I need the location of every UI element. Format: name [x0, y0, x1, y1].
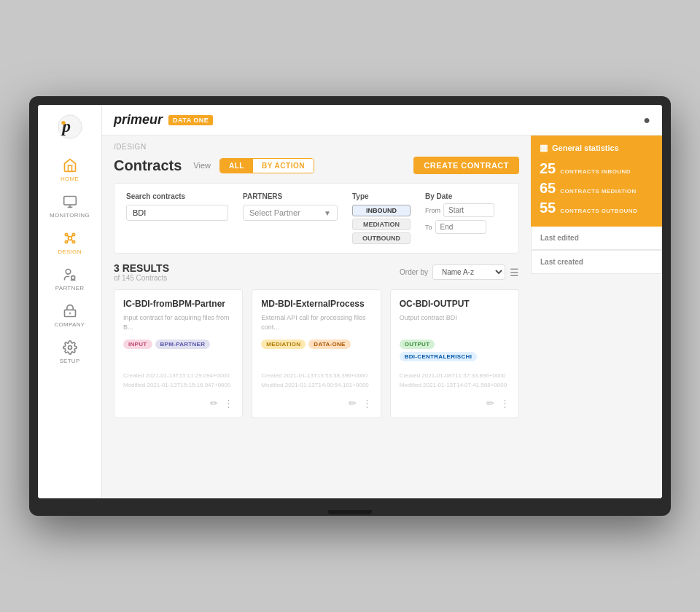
partner-select[interactable]: Select Partner ▼ — [243, 205, 338, 221]
last-created-label: Last created — [540, 258, 653, 266]
sidebar-item-design[interactable]: DESIGN — [38, 224, 101, 261]
view-label: View — [193, 161, 211, 170]
stat-label: CONTRACTS OUTBOUND — [560, 208, 637, 214]
edit-icon[interactable]: ✏ — [349, 398, 357, 409]
tag-output: OUTPUT — [400, 340, 435, 349]
sidebar-item-label: PARTNER — [55, 285, 85, 291]
svg-line-14 — [71, 240, 72, 241]
more-icon[interactable]: ⋮ — [362, 398, 372, 409]
sidebar-item-label: MONITORING — [50, 212, 90, 219]
svg-point-2 — [61, 121, 65, 125]
modified-date: Modified 2021-01-13T15:15:16.947+0000 — [123, 381, 233, 391]
partner-placeholder: Select Partner — [249, 208, 300, 217]
more-icon[interactable]: ⋮ — [224, 398, 233, 409]
sidebar-item-setup[interactable]: SETUP — [38, 334, 101, 370]
svg-point-19 — [68, 346, 71, 350]
setup-icon — [62, 340, 78, 356]
card-tags: MEDIATION DATA-ONE — [261, 340, 371, 349]
card-tags: OUTPUT BDI-CENTRALERISCHI — [400, 340, 510, 361]
card-actions: ✏ ⋮ — [123, 398, 233, 409]
create-contract-button[interactable]: CREATE CONTRACT — [413, 157, 519, 174]
sidebar-item-company[interactable]: COMPANY — [38, 297, 101, 334]
card-desc: Output contract BDI — [400, 313, 510, 334]
card-actions: ✏ ⋮ — [400, 398, 510, 409]
last-created-panel: Last created — [531, 250, 662, 274]
more-icon[interactable]: ⋮ — [500, 398, 510, 409]
sidebar-item-label: HOME — [61, 176, 79, 182]
partner-icon — [62, 267, 78, 283]
page-area: /DESIGN Contracts View ALL BY ACTION CRE… — [102, 136, 662, 498]
date-from-row: From — [425, 203, 494, 217]
svg-point-10 — [72, 240, 74, 243]
type-outbound[interactable]: OUTBOUND — [352, 232, 411, 244]
svg-point-16 — [71, 276, 74, 280]
stat-number: 25 — [540, 160, 556, 177]
start-date-input[interactable] — [443, 203, 494, 217]
to-label: To — [425, 224, 432, 231]
stats-title-text: General statistics — [552, 144, 619, 152]
contract-card: MD-BDI-ExternalProcess External API call… — [252, 289, 381, 418]
card-desc: External API call for processing files c… — [261, 313, 371, 334]
top-bar: primeur DATA ONE ● — [102, 105, 662, 136]
view-all-button[interactable]: ALL — [220, 159, 253, 173]
card-desc: Input contract for acquiring files from … — [123, 313, 233, 334]
logo-text: primeur — [114, 112, 163, 128]
right-panel: ▦ General statistics 25 CONTRACTS INBOUN… — [531, 136, 662, 498]
svg-text:p: p — [61, 117, 71, 136]
sidebar-item-label: SETUP — [59, 358, 79, 364]
results-header: 3 RESULTS of 145 Contracts Order by Name… — [114, 262, 519, 282]
type-inbound[interactable]: INBOUND — [352, 205, 411, 216]
breadcrumb: /DESIGN — [114, 143, 519, 151]
sidebar: p HOME — [38, 105, 102, 498]
view-by-action-button[interactable]: BY ACTION — [253, 159, 314, 173]
stat-number: 55 — [540, 200, 556, 216]
search-label: Search contracts — [126, 192, 228, 200]
contract-card: IC-BDI-fromBPM-Partner Input contract fo… — [114, 289, 243, 418]
view-toggle: ALL BY ACTION — [219, 158, 314, 173]
list-view-icon[interactable]: ☰ — [510, 267, 519, 278]
chevron-down-icon: ▼ — [324, 209, 331, 217]
date-label: By Date — [425, 192, 494, 200]
search-panel: Search contracts PARTNERS Select Partner… — [114, 183, 519, 254]
type-mediation[interactable]: MEDIATION — [352, 219, 411, 230]
end-date-input[interactable] — [435, 220, 486, 234]
created-date: Created 2021-01-13T13:53:38.396+0000 — [261, 372, 371, 381]
contract-card: OC-BDI-OUTPUT Output contract BDI OUTPUT… — [390, 289, 519, 418]
card-actions: ✏ ⋮ — [261, 398, 371, 409]
tag-input: INPUT — [123, 340, 152, 349]
stat-mediation: 65 CONTRACTS MEDIATION — [540, 180, 653, 197]
sidebar-item-home[interactable]: HOME — [38, 152, 101, 188]
results-info: 3 RESULTS of 145 Contracts — [114, 262, 169, 282]
edit-icon[interactable]: ✏ — [486, 398, 494, 409]
partners-label: PARTNERS — [243, 192, 338, 200]
card-dates: Created 2021-01-08T11:57:33.896+0000 Mod… — [400, 372, 510, 391]
center-content: /DESIGN Contracts View ALL BY ACTION CRE… — [102, 136, 531, 498]
user-icon[interactable]: ● — [643, 114, 650, 127]
page-title: Contracts — [114, 157, 182, 174]
svg-point-9 — [65, 240, 67, 243]
results-count: 3 RESULTS — [114, 262, 169, 274]
svg-point-15 — [66, 270, 71, 275]
search-row: Search contracts PARTNERS Select Partner… — [126, 192, 507, 244]
created-date: Created 2021-01-13T15:11:29.094+0000 — [123, 372, 233, 381]
sidebar-logo: p — [54, 111, 86, 143]
sidebar-item-partner[interactable]: PARTNER — [38, 261, 101, 297]
order-label: Order by — [400, 268, 428, 276]
type-label: Type — [352, 192, 411, 200]
search-input[interactable] — [126, 205, 228, 221]
order-select[interactable]: Name A-z Name Z-a Date Created Date Modi… — [432, 264, 505, 280]
card-dates: Created 2021-01-13T13:53:38.396+0000 Mod… — [261, 372, 371, 391]
sidebar-item-monitoring[interactable]: MONITORING — [38, 188, 101, 224]
svg-point-8 — [72, 233, 74, 235]
stats-panel: ▦ General statistics 25 CONTRACTS INBOUN… — [531, 136, 662, 227]
stat-inbound: 25 CONTRACTS INBOUND — [540, 160, 653, 177]
date-col: By Date From To — [425, 192, 494, 234]
company-icon — [62, 303, 78, 319]
modified-date: Modified 2021-01-13T14:00:54.101+0000 — [261, 381, 371, 391]
chart-icon: ▦ — [540, 143, 548, 153]
edit-icon[interactable]: ✏ — [210, 398, 218, 409]
stat-number: 65 — [540, 180, 556, 197]
modified-date: Modified 2021-01-13T14:07:41.588+0000 — [400, 381, 510, 391]
last-edited-panel: Last edited — [531, 227, 662, 250]
svg-line-11 — [67, 236, 69, 238]
